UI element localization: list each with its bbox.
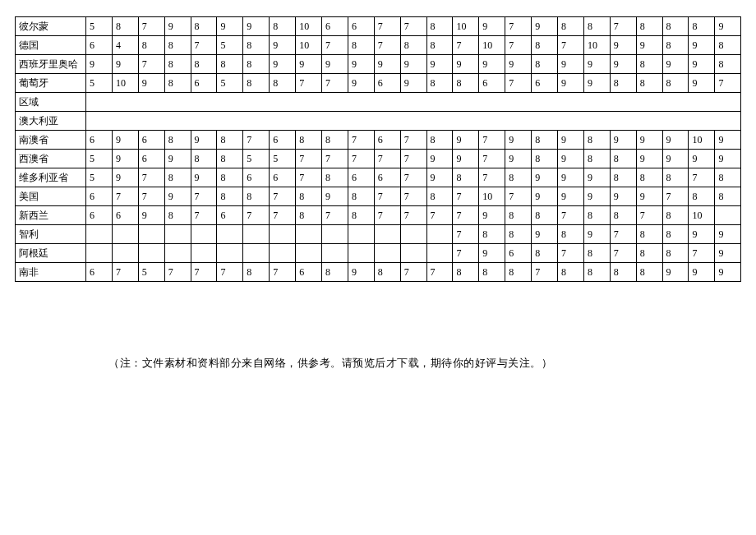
cell: 7 (505, 17, 532, 36)
cell: 7 (400, 131, 426, 150)
cell: 7 (322, 74, 348, 93)
cell: 5 (86, 168, 113, 187)
cell: 5 (86, 17, 113, 36)
cell: 9 (558, 150, 584, 168)
cell: 9 (715, 17, 741, 36)
cell: 8 (426, 131, 453, 150)
cell: 8 (583, 150, 610, 168)
table-row: 西澳省5969885577777997989889999 (16, 150, 741, 168)
cell: 9 (164, 150, 191, 168)
cell (112, 225, 138, 244)
cell: 6 (86, 206, 113, 225)
cell: 8 (689, 187, 715, 206)
cell: 7 (348, 150, 374, 168)
cell: 5 (217, 74, 243, 93)
cell (86, 244, 113, 263)
cell (164, 225, 191, 244)
row-label: 智利 (16, 225, 86, 244)
cell (270, 244, 296, 263)
cell: 7 (322, 206, 348, 225)
cell: 7 (374, 36, 400, 55)
cell: 8 (505, 206, 532, 225)
row-empty-span (86, 93, 741, 112)
cell: 9 (296, 55, 322, 74)
cell: 7 (138, 168, 164, 187)
cell: 8 (662, 17, 689, 36)
cell: 7 (191, 263, 217, 282)
cell: 6 (532, 74, 558, 93)
table-row: 德国6488758910787887107871099898 (16, 36, 741, 55)
cell: 8 (532, 206, 558, 225)
cell (270, 225, 296, 244)
cell: 8 (374, 263, 400, 282)
cell: 8 (191, 150, 217, 168)
cell: 10 (689, 206, 715, 225)
cell: 8 (583, 244, 610, 263)
cell: 9 (558, 187, 584, 206)
cell: 7 (164, 263, 191, 282)
cell: 9 (322, 187, 348, 206)
cell: 9 (217, 17, 243, 36)
cell: 8 (191, 17, 217, 36)
cell: 8 (558, 225, 584, 244)
table-row: 新西兰6698767787877779887887810 (16, 206, 741, 225)
cell: 7 (662, 187, 689, 206)
cell: 6 (138, 150, 164, 168)
cell: 6 (296, 263, 322, 282)
table-row: 澳大利亚 (16, 112, 741, 131)
cell: 7 (138, 17, 164, 36)
cell: 8 (243, 263, 270, 282)
cell: 9 (610, 131, 636, 150)
cell: 7 (138, 187, 164, 206)
cell: 7 (505, 187, 532, 206)
cell: 8 (217, 150, 243, 168)
cell: 9 (505, 55, 532, 74)
cell: 7 (505, 74, 532, 93)
cell: 8 (662, 244, 689, 263)
cell (348, 244, 374, 263)
cell: 8 (322, 131, 348, 150)
cell: 9 (426, 150, 453, 168)
cell: 6 (374, 74, 400, 93)
cell: 8 (164, 55, 191, 74)
cell: 9 (715, 131, 741, 150)
cell (322, 244, 348, 263)
cell: 8 (532, 131, 558, 150)
cell: 7 (243, 131, 270, 150)
cell (138, 244, 164, 263)
row-label: 新西兰 (16, 206, 86, 225)
cell (243, 225, 270, 244)
cell: 8 (453, 263, 479, 282)
cell: 9 (689, 263, 715, 282)
cell: 6 (243, 168, 270, 187)
cell: 8 (348, 36, 374, 55)
page: 彼尔蒙587989981066778109798878889德国64887589… (0, 0, 756, 371)
cell: 6 (217, 206, 243, 225)
cell: 8 (715, 187, 741, 206)
cell: 8 (610, 168, 636, 187)
cell (191, 225, 217, 244)
cell: 7 (270, 206, 296, 225)
cell (86, 225, 113, 244)
cell: 7 (243, 206, 270, 225)
cell: 8 (296, 206, 322, 225)
table-row: 彼尔蒙587989981066778109798878889 (16, 17, 741, 36)
cell: 9 (662, 131, 689, 150)
cell: 7 (715, 74, 741, 93)
cell: 9 (322, 55, 348, 74)
cell (191, 244, 217, 263)
cell: 7 (112, 187, 138, 206)
cell: 7 (374, 17, 400, 36)
cell (322, 225, 348, 244)
cell: 9 (715, 263, 741, 282)
cell: 8 (583, 206, 610, 225)
cell: 7 (453, 244, 479, 263)
cell: 8 (453, 168, 479, 187)
cell: 8 (322, 263, 348, 282)
cell: 9 (112, 168, 138, 187)
cell (400, 244, 426, 263)
cell: 5 (86, 150, 113, 168)
cell: 7 (374, 187, 400, 206)
cell (426, 244, 453, 263)
cell: 8 (322, 168, 348, 187)
